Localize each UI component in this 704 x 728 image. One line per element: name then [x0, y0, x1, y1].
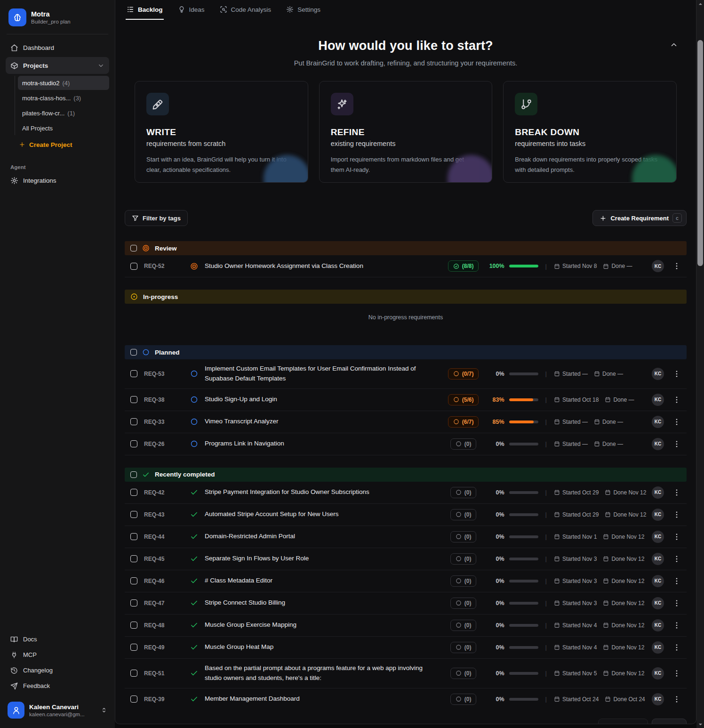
row-checkbox[interactable] [130, 396, 137, 403]
assignee-avatar[interactable]: KC [652, 368, 664, 380]
requirement-title[interactable]: Muscle Group Exercise Mapping [205, 620, 445, 630]
scroll-down-arrow-icon[interactable] [696, 720, 704, 728]
user-menu[interactable]: Kaleen Canevari kaleen.canevari@gm... [6, 699, 109, 721]
requirement-title[interactable]: Studio Owner Homework Assignment via Cla… [205, 261, 445, 271]
requirement-title[interactable]: Stripe Connect Studio Billing [205, 598, 445, 608]
previous-page-button[interactable]: Previous [598, 719, 648, 724]
start-card-write[interactable]: WRITErequirements from scratchStart with… [135, 81, 308, 183]
row-menu-button[interactable] [672, 669, 681, 678]
row-menu-button[interactable] [672, 440, 681, 448]
row-menu-button[interactable] [672, 262, 681, 270]
row-menu-button[interactable] [672, 555, 681, 563]
sidebar-item-dashboard[interactable]: Dashboard [6, 39, 109, 56]
project-count: (1) [67, 110, 75, 117]
row-checkbox[interactable] [130, 644, 137, 651]
assignee-avatar[interactable]: KC [652, 693, 664, 705]
calendar-icon [554, 441, 560, 447]
row-checkbox[interactable] [130, 555, 137, 562]
start-card-refine[interactable]: REFINEexisting requirementsImport requir… [319, 81, 493, 183]
sidebar-item-mcp[interactable]: MCP [6, 647, 109, 662]
assignee-avatar[interactable]: KC [652, 619, 664, 631]
requirement-title[interactable]: Domain-Restricted Admin Portal [205, 532, 445, 542]
assignee-avatar[interactable]: KC [652, 553, 664, 565]
scroll-up-arrow-icon[interactable] [696, 0, 704, 8]
sidebar-item-projects[interactable]: Projects [6, 57, 109, 74]
section-checkbox[interactable] [130, 471, 137, 478]
row-menu-button[interactable] [672, 418, 681, 426]
assignee-avatar[interactable]: KC [652, 416, 664, 428]
row-menu-button[interactable] [672, 370, 681, 378]
row-checkbox[interactable] [130, 696, 137, 703]
sidebar-item-changelog[interactable]: Changelog [6, 663, 109, 678]
row-checkbox[interactable] [130, 370, 137, 377]
sidebar-project-motra-class-hos-[interactable]: motra-class-hos... (3) [18, 91, 109, 105]
requirement-title[interactable]: Implement Custom Email Templates for Use… [205, 364, 445, 384]
row-checkbox[interactable] [130, 489, 137, 496]
assignee-avatar[interactable]: KC [652, 667, 664, 679]
requirement-title[interactable]: Member Management Dashboard [205, 694, 445, 704]
create-requirement-button[interactable]: Create Requirement c [592, 210, 687, 226]
row-menu-button[interactable] [672, 621, 681, 630]
tab-code-analysis[interactable]: Code Analysis [219, 0, 272, 20]
circle-icon [190, 370, 198, 378]
dot-circle-icon [130, 293, 138, 300]
tab-ideas[interactable]: Ideas [177, 0, 206, 20]
assignee-avatar[interactable]: KC [652, 509, 664, 521]
row-checkbox[interactable] [130, 440, 137, 447]
row-menu-button[interactable] [672, 533, 681, 541]
footer-item-label: Changelog [23, 667, 53, 674]
row-checkbox[interactable] [130, 599, 137, 607]
row-menu-button[interactable] [672, 577, 681, 585]
sidebar-item-feedback[interactable]: Feedback [6, 679, 109, 693]
requirement-title[interactable]: Stripe Payment Integration for Studio Ow… [205, 487, 445, 497]
row-menu-button[interactable] [672, 488, 681, 497]
scrollbar-thumb[interactable] [697, 40, 703, 266]
assignee-avatar[interactable]: KC [652, 260, 664, 272]
sidebar-project-pilates-flow-cr-[interactable]: pilates-flow-cr... (1) [18, 106, 109, 120]
next-page-button[interactable]: Next [652, 719, 687, 724]
requirement-title[interactable]: Studio Sign-Up and Login [205, 395, 445, 404]
requirement-title[interactable]: # Class Metadata Editor [205, 576, 445, 586]
requirement-title[interactable]: Programs Link in Navigation [205, 439, 445, 449]
assignee-avatar[interactable]: KC [652, 394, 664, 406]
row-menu-button[interactable] [672, 510, 681, 519]
row-menu-button[interactable] [672, 643, 681, 652]
sidebar-item-docs[interactable]: Docs [6, 632, 109, 647]
row-checkbox[interactable] [130, 511, 137, 518]
row-menu-button[interactable] [672, 396, 681, 404]
sidebar-item-integrations[interactable]: Integrations [6, 172, 109, 189]
assignee-avatar[interactable]: KC [652, 438, 664, 450]
assignee-avatar[interactable]: KC [652, 641, 664, 654]
sidebar-project-all-projects[interactable]: All Projects [18, 121, 109, 135]
row-menu-button[interactable] [672, 599, 681, 607]
row-checkbox[interactable] [130, 418, 137, 425]
section-checkbox[interactable] [130, 245, 137, 251]
sidebar-project-motra-studio2[interactable]: motra-studio2 (4) [18, 76, 109, 90]
row-checkbox[interactable] [130, 577, 137, 584]
collapse-hero-button[interactable] [670, 40, 678, 49]
tab-settings[interactable]: Settings [285, 0, 321, 20]
requirement-title[interactable]: Muscle Group Heat Map [205, 642, 445, 652]
create-project-button[interactable]: Create Project [15, 137, 109, 152]
assignee-avatar[interactable]: KC [652, 486, 664, 499]
row-menu-button[interactable] [672, 695, 681, 704]
row-checkbox[interactable] [130, 670, 137, 677]
calendar-icon [605, 696, 611, 702]
row-checkbox[interactable] [130, 622, 137, 629]
tasks-badge: (0) [445, 620, 482, 631]
row-checkbox[interactable] [130, 533, 137, 540]
row-checkbox[interactable] [130, 263, 137, 270]
assignee-avatar[interactable]: KC [652, 597, 664, 609]
requirement-title[interactable]: Vimeo Transcript Analyzer [205, 417, 445, 427]
filter-by-tags-button[interactable]: Filter by tags [125, 210, 188, 226]
requirement-title[interactable]: Separate Sign In Flows by User Role [205, 554, 445, 564]
vertical-scrollbar[interactable] [696, 0, 704, 728]
tab-backlog[interactable]: Backlog [126, 0, 164, 20]
section-checkbox[interactable] [130, 349, 137, 356]
requirement-title[interactable]: Automated Stripe Account Setup for New U… [205, 510, 445, 519]
assignee-avatar[interactable]: KC [652, 575, 664, 587]
start-card-break-down[interactable]: BREAK DOWNrequirements into tasksBreak d… [503, 81, 677, 183]
requirement-title[interactable]: Based on the partial prompt about a prog… [205, 663, 445, 683]
assignee-avatar[interactable]: KC [652, 531, 664, 543]
workspace-switcher[interactable]: Motra Builder_pro plan [6, 7, 109, 28]
